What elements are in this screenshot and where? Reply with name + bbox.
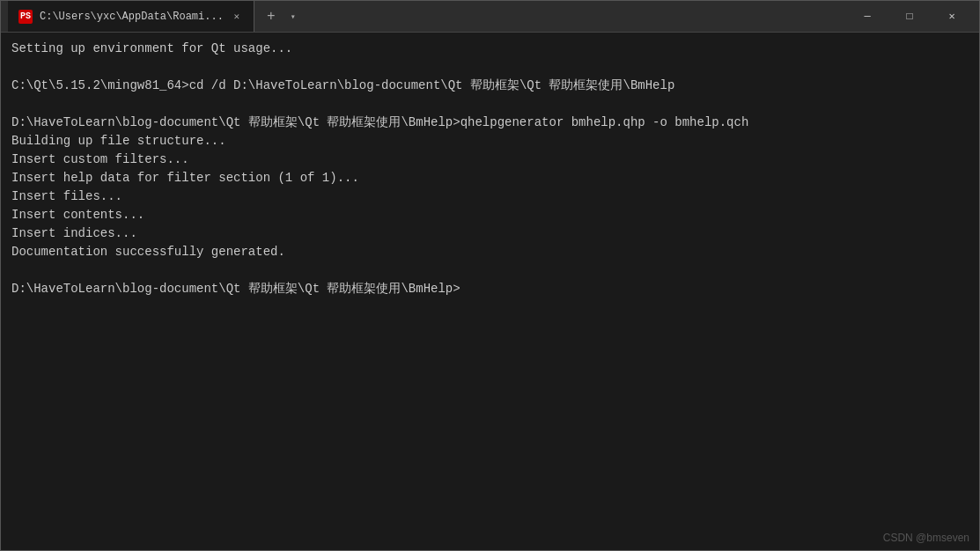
titlebar: PS C:\Users\yxc\AppData\Roami... ✕ + ▾ ─… [1, 1, 979, 33]
window-controls: ─ □ ✕ [847, 3, 972, 31]
close-button[interactable]: ✕ [932, 3, 972, 31]
new-tab-button[interactable]: + [258, 4, 284, 30]
minimize-button[interactable]: ─ [847, 3, 888, 31]
tab-dropdown-button[interactable]: ▾ [284, 4, 302, 30]
watermark: CSDN @bmseven [883, 532, 969, 544]
maximize-button[interactable]: □ [889, 3, 930, 31]
tab-group: PS C:\Users\yxc\AppData\Roami... ✕ + ▾ [8, 1, 847, 32]
terminal-output[interactable]: Setting up environment for Qt usage... C… [1, 33, 979, 550]
terminal-window: PS C:\Users\yxc\AppData\Roami... ✕ + ▾ ─… [0, 0, 980, 551]
active-tab[interactable]: PS C:\Users\yxc\AppData\Roami... ✕ [8, 1, 254, 32]
tab-actions: + ▾ [258, 1, 302, 32]
tab-icon: PS [18, 10, 33, 24]
tab-title: C:\Users\yxc\AppData\Roami... [40, 11, 224, 23]
tab-close-button[interactable]: ✕ [231, 11, 243, 23]
